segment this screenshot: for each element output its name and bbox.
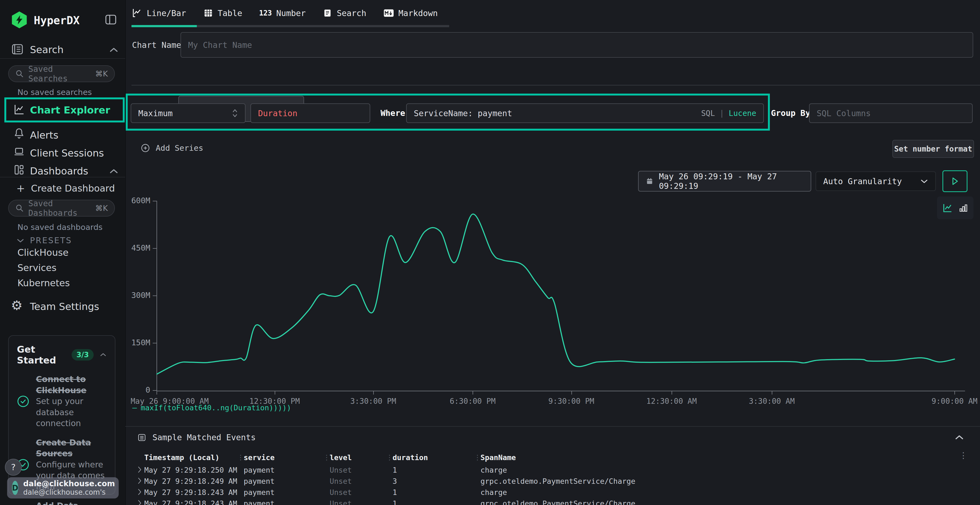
x-tick-mark <box>373 391 374 395</box>
sidebar-section-dashboards[interactable]: Dashboards <box>30 165 88 176</box>
tab-markdown[interactable]: Markdown <box>383 8 438 18</box>
events-menu-kebab-icon[interactable]: ⋮ <box>959 451 967 460</box>
table-cell[interactable]: May 27 9:29:18.250 AM <box>144 466 237 474</box>
presets-toggle[interactable]: PRESETS <box>16 236 72 245</box>
sidebar-item-chart-explorer[interactable]: Chart Explorer <box>30 105 110 116</box>
lucene-toggle[interactable]: Lucene <box>729 109 756 118</box>
field-input[interactable]: Duration <box>250 103 370 123</box>
get-started-item[interactable]: Connect to ClickHouseSet up your databas… <box>17 374 107 429</box>
sidebar-item-client-sessions[interactable]: Client Sessions <box>30 148 104 159</box>
help-button[interactable]: ? <box>5 459 22 476</box>
line-chart-icon <box>132 8 142 19</box>
dashboards-icon <box>13 164 25 176</box>
row-expand-icon[interactable] <box>137 477 142 486</box>
table-cell[interactable]: Unset <box>330 488 352 497</box>
column-header-spanname[interactable]: SpanName <box>480 453 516 462</box>
sidebar-item-alerts[interactable]: Alerts <box>30 130 58 141</box>
table-cell[interactable]: grpc.oteldemo.PaymentService/Charge <box>480 477 635 485</box>
y-tick-mark <box>153 201 156 201</box>
no-saved-searches-text: No saved searches <box>18 87 92 97</box>
table-cell[interactable]: May 27 9:29:18.243 AM <box>144 499 237 505</box>
column-header-timestamp-local-[interactable]: Timestamp (Local) <box>144 453 220 462</box>
sidebar-item-preset-services[interactable]: Services <box>18 262 70 273</box>
user-menu[interactable]: D dale@clickhouse.com dale@clickhouse.co… <box>7 477 119 499</box>
column-separator[interactable]: ⋮ <box>237 453 244 462</box>
aggregation-select[interactable]: Maximum <box>130 103 245 123</box>
events-panel-title: Sample Matched Events <box>153 433 256 442</box>
document-icon <box>323 8 332 18</box>
column-separator[interactable]: ⋮ <box>323 453 330 462</box>
set-number-format-button[interactable]: Set number format <box>892 140 974 158</box>
table-cell[interactable]: 1 <box>393 499 397 505</box>
date-range-picker[interactable]: May 26 09:29:19 - May 27 09:29:19 <box>638 171 811 192</box>
table-cell[interactable]: payment <box>243 477 275 485</box>
line-chart[interactable] <box>156 201 965 391</box>
collapse-sidebar-icon[interactable] <box>104 13 117 26</box>
saved-dashboards-placeholder: Saved Dashboards <box>28 199 91 218</box>
x-tick-label: 9:00:00 AM <box>932 397 978 406</box>
where-input[interactable]: ServiceName: payment SQL | Lucene <box>406 103 764 123</box>
table-cell[interactable]: May 27 9:29:18.249 AM <box>144 477 237 485</box>
granularity-select[interactable]: Auto Granularity <box>816 172 936 191</box>
column-header-level[interactable]: level <box>330 453 352 462</box>
x-tick-label: 12:30:00 AM <box>646 397 697 406</box>
y-tick-label: 600M <box>118 196 150 205</box>
presets-list: ClickHouseServicesKubernetes <box>18 247 70 288</box>
table-cell[interactable]: May 27 9:29:18.243 AM <box>144 488 237 497</box>
column-separator[interactable]: ⋮ <box>386 453 393 462</box>
tab-number[interactable]: 123Number <box>259 8 306 18</box>
events-collapse-icon[interactable] <box>955 434 964 441</box>
sidebar-section-search[interactable]: Search <box>30 44 64 55</box>
table-cell[interactable]: grpc.oteldemo.PaymentService/Charge <box>480 499 635 505</box>
avatar: D <box>12 481 18 495</box>
tab-search[interactable]: Search <box>323 8 366 18</box>
saved-dashboards-input[interactable]: Saved Dashboards ⌘K <box>8 200 115 217</box>
saved-searches-shortcut: ⌘K <box>95 69 108 78</box>
table-cell[interactable]: 1 <box>393 488 397 497</box>
group-by-input[interactable]: SQL Columns <box>809 103 973 123</box>
tab-underline-track <box>197 25 449 27</box>
table-cell[interactable]: 1 <box>393 466 397 474</box>
where-label: Where <box>380 108 405 118</box>
row-expand-icon[interactable] <box>137 499 142 505</box>
x-tick-label: 6:30:00 PM <box>450 397 496 406</box>
add-series-button[interactable]: Add Series <box>140 143 204 153</box>
sidebar-item-preset-kubernetes[interactable]: Kubernetes <box>18 278 70 288</box>
check-circle-icon <box>17 395 29 408</box>
sidebar-item-preset-clickhouse[interactable]: ClickHouse <box>18 247 70 258</box>
get-started-collapse-icon[interactable] <box>100 352 107 357</box>
column-separator[interactable]: ⋮ <box>474 453 481 462</box>
run-query-button[interactable] <box>942 170 967 192</box>
search-section-icon <box>11 43 24 56</box>
tab-line-bar[interactable]: Line/Bar <box>132 8 186 19</box>
get-started-item[interactable]: Add DataStart sending logs, metrics, or … <box>17 500 107 505</box>
table-cell[interactable]: Unset <box>330 477 352 485</box>
sidebar-item-team-settings[interactable]: Team Settings <box>30 301 99 312</box>
row-expand-icon[interactable] <box>137 488 142 497</box>
tab-table[interactable]: Table <box>203 8 242 18</box>
table-cell[interactable]: payment <box>243 466 275 474</box>
dashboards-collapse-icon[interactable] <box>109 168 119 175</box>
table-cell[interactable]: 3 <box>393 477 397 485</box>
y-tick-label: 450M <box>118 243 150 252</box>
table-cell[interactable]: Unset <box>330 466 352 474</box>
table-cell[interactable]: charge <box>480 488 507 497</box>
table-cell[interactable]: payment <box>243 499 275 505</box>
column-header-duration[interactable]: duration <box>393 453 428 462</box>
y-tick-mark <box>153 390 156 391</box>
table-cell[interactable]: Unset <box>330 499 352 505</box>
events-panel-header[interactable]: Sample Matched Events <box>137 433 256 442</box>
x-tick-label: 9:30:00 PM <box>548 397 594 406</box>
gear-icon: ⚙ <box>11 299 22 312</box>
y-tick-label: 150M <box>118 338 150 347</box>
plus-circle-icon <box>140 143 150 153</box>
chart-name-input[interactable]: My Chart Name <box>180 32 973 58</box>
row-expand-icon[interactable] <box>137 466 142 475</box>
column-header-service[interactable]: service <box>243 453 275 462</box>
search-section-collapse-icon[interactable] <box>109 47 119 53</box>
create-dashboard-button[interactable]: + Create Dashboard <box>16 183 115 194</box>
table-cell[interactable]: payment <box>243 488 275 497</box>
table-cell[interactable]: charge <box>480 466 507 474</box>
sql-toggle[interactable]: SQL <box>701 109 715 118</box>
saved-searches-input[interactable]: Saved Searches ⌘K <box>8 65 115 82</box>
